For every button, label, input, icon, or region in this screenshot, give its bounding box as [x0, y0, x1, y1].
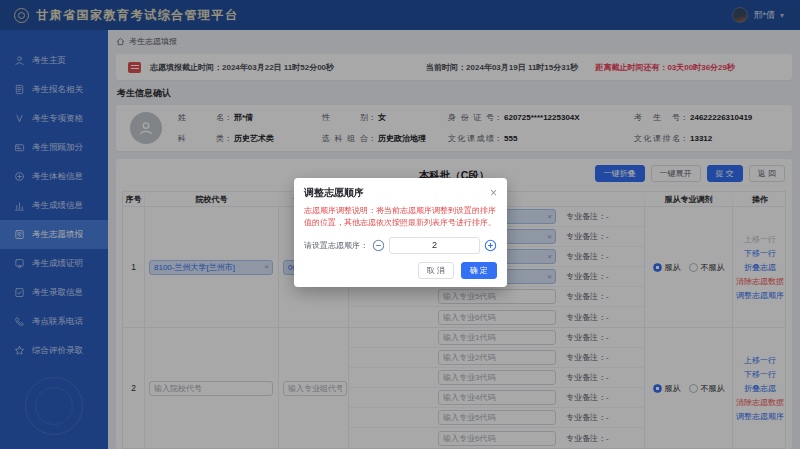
- adjust-order-modal: 调整志愿顺序 × 志愿顺序调整说明：将当前志愿顺序调整到设置的排序值的位置，其他…: [294, 178, 507, 287]
- increase-button[interactable]: [484, 239, 497, 252]
- order-value-input[interactable]: [389, 237, 480, 254]
- modal-note: 志愿顺序调整说明：将当前志愿顺序调整到设置的排序值的位置，其他志愿依次按照最新列…: [304, 205, 497, 230]
- confirm-button[interactable]: 确 定: [461, 262, 497, 279]
- modal-title: 调整志愿顺序: [304, 186, 364, 200]
- order-input-label: 请设置志愿顺序：: [304, 240, 368, 251]
- close-icon[interactable]: ×: [490, 187, 497, 199]
- cancel-button[interactable]: 取 消: [418, 262, 454, 279]
- decrease-button[interactable]: [372, 239, 385, 252]
